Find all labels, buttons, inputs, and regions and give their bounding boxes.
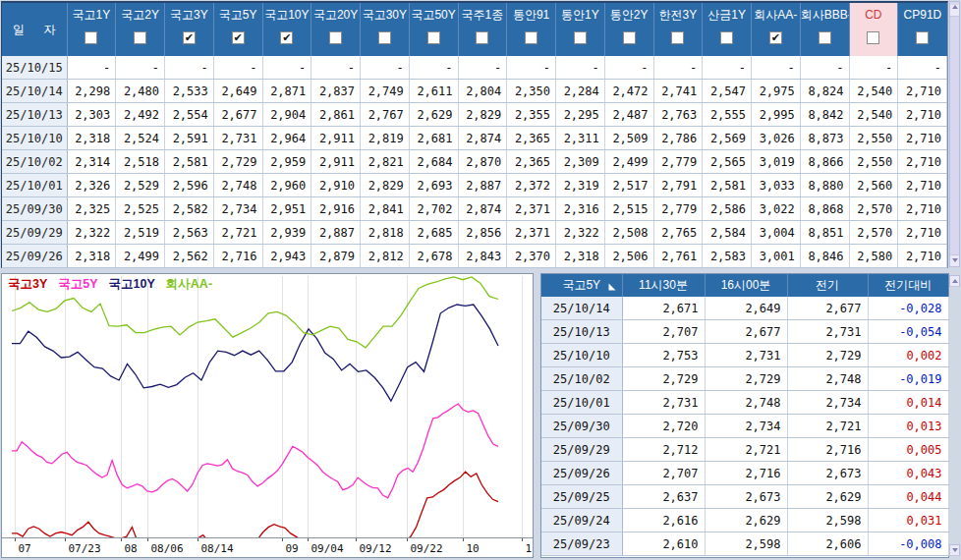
row-date-cell[interactable]: 25/10/10 bbox=[2, 127, 67, 150]
checkbox-icon[interactable] bbox=[378, 31, 391, 44]
column-header-국고3Y[interactable]: 국고3Y✔ bbox=[165, 3, 214, 56]
checkbox-icon[interactable] bbox=[819, 31, 831, 44]
yield-value-cell: 2,939 bbox=[262, 221, 311, 245]
selected-series-table-panel: 국고5Y11시30분16시00분전기전기대비 25/10/142,6712,64… bbox=[540, 273, 949, 558]
right-column-header: 전기대비 bbox=[868, 274, 948, 297]
row-date-cell[interactable]: 25/10/02 bbox=[2, 150, 67, 174]
checkbox-icon[interactable] bbox=[574, 31, 587, 44]
row-date-cell[interactable]: 25/10/01 bbox=[541, 391, 622, 415]
checkbox-icon[interactable] bbox=[867, 31, 879, 44]
column-header-통안1Y[interactable]: 통안1Y bbox=[556, 3, 605, 56]
row-date-cell[interactable]: 25/09/29 bbox=[541, 438, 622, 462]
x-tick-label: 09 bbox=[286, 542, 299, 555]
yield-value-cell: 2,819 bbox=[361, 127, 410, 150]
column-header-한전3Y[interactable]: 한전3Y bbox=[653, 3, 703, 56]
column-header-국고30Y[interactable]: 국고30Y bbox=[361, 3, 410, 56]
yield-value-cell: 2,554 bbox=[165, 103, 214, 127]
yield-value-cell: - bbox=[898, 56, 947, 80]
checkbox-icon[interactable] bbox=[671, 31, 684, 44]
row-date-cell[interactable]: 25/10/13 bbox=[541, 320, 622, 344]
checkbox-icon[interactable] bbox=[916, 31, 929, 44]
column-header-CP91D[interactable]: CP91D bbox=[898, 3, 947, 56]
yield-value-cell: 2,560 bbox=[849, 174, 898, 197]
series-line-국고5Y bbox=[12, 404, 498, 498]
column-label: 국고5Y bbox=[214, 3, 262, 25]
column-header-산금1Y[interactable]: 산금1Y bbox=[703, 3, 752, 56]
yield-value-cell: 2,582 bbox=[165, 197, 214, 221]
yield-value-cell: 2,765 bbox=[653, 221, 703, 245]
row-date-cell[interactable]: 25/09/25 bbox=[541, 485, 622, 509]
yield-value-cell: 2,506 bbox=[604, 245, 653, 268]
checkbox-checked-icon[interactable]: ✔ bbox=[769, 31, 782, 44]
value-1600-cell: 2,677 bbox=[705, 320, 787, 344]
yield-value-cell: 2,533 bbox=[165, 80, 214, 103]
row-date-cell[interactable]: 25/09/26 bbox=[541, 462, 622, 485]
column-header-국고5Y[interactable]: 국고5Y✔ bbox=[213, 3, 262, 56]
checkbox-icon[interactable] bbox=[476, 31, 488, 44]
row-date-cell[interactable]: 25/10/15 bbox=[2, 56, 67, 80]
column-header-국고2Y[interactable]: 국고2Y bbox=[116, 3, 165, 56]
checkbox-icon[interactable] bbox=[329, 31, 342, 44]
column-header-회사AA-[interactable]: 회사AA-✔ bbox=[752, 3, 801, 56]
yield-value-cell: 2,492 bbox=[116, 103, 165, 127]
yield-value-cell: 2,710 bbox=[898, 150, 947, 174]
yield-value-cell: 2,681 bbox=[409, 127, 458, 150]
row-date-cell[interactable]: 25/10/10 bbox=[541, 344, 622, 367]
yield-value-cell: 2,515 bbox=[604, 197, 653, 221]
yield-value-cell: 2,318 bbox=[67, 245, 116, 268]
checkbox-checked-icon[interactable]: ✔ bbox=[280, 31, 293, 44]
row-date-cell[interactable]: 25/09/24 bbox=[541, 509, 622, 532]
column-header-국주1종[interactable]: 국주1종 bbox=[458, 3, 507, 56]
row-date-cell[interactable]: 25/09/30 bbox=[541, 415, 622, 438]
yield-value-cell: 2,818 bbox=[361, 221, 410, 245]
yield-value-cell: 2,319 bbox=[556, 174, 605, 197]
value-prev-cell: 2,716 bbox=[787, 438, 868, 462]
x-tick-label: 09/12 bbox=[360, 542, 392, 555]
value-diff-cell: 0,013 bbox=[868, 415, 948, 438]
checkbox-icon[interactable] bbox=[623, 31, 636, 44]
yield-value-cell: 2,649 bbox=[213, 80, 262, 103]
right-table-scroll-down-button[interactable] bbox=[949, 544, 960, 556]
column-label: 통안1Y bbox=[556, 3, 604, 25]
column-header-국고10Y[interactable]: 국고10Y✔ bbox=[262, 3, 311, 56]
row-date-cell[interactable]: 25/09/26 bbox=[2, 245, 67, 268]
yield-value-cell: 2,355 bbox=[507, 103, 556, 127]
row-date-cell[interactable]: 25/10/13 bbox=[2, 103, 67, 127]
checkbox-icon[interactable] bbox=[134, 31, 146, 44]
column-header-국고1Y[interactable]: 국고1Y bbox=[67, 3, 116, 56]
checkbox-checked-icon[interactable]: ✔ bbox=[183, 31, 196, 44]
right-table-scroll-up-button[interactable] bbox=[949, 275, 960, 287]
column-header-국고20Y[interactable]: 국고20Y bbox=[311, 3, 361, 56]
date-column-header[interactable]: 일 자 bbox=[2, 3, 67, 56]
checkbox-checked-icon[interactable]: ✔ bbox=[232, 31, 245, 44]
row-date-cell[interactable]: 25/10/01 bbox=[2, 174, 67, 197]
checkbox-wrap bbox=[654, 25, 703, 50]
checkbox-icon[interactable] bbox=[525, 31, 537, 44]
yield-value-cell: 2,365 bbox=[507, 150, 556, 174]
scroll-down-button[interactable] bbox=[950, 254, 959, 266]
yield-value-cell: 2,749 bbox=[361, 80, 410, 103]
checkbox-icon[interactable] bbox=[85, 31, 97, 44]
checkbox-icon[interactable] bbox=[427, 31, 440, 44]
checkbox-icon[interactable] bbox=[720, 31, 733, 44]
column-header-통안2Y[interactable]: 통안2Y bbox=[604, 3, 653, 56]
column-header-CD[interactable]: CD bbox=[849, 3, 898, 56]
scroll-up-button[interactable] bbox=[950, 5, 959, 17]
row-date-cell[interactable]: 25/09/23 bbox=[541, 532, 622, 556]
column-header-통안91[interactable]: 통안91 bbox=[507, 3, 556, 56]
yield-value-cell: 2,550 bbox=[849, 127, 898, 150]
row-date-cell[interactable]: 25/10/14 bbox=[2, 80, 67, 103]
column-header-국고50Y[interactable]: 국고50Y bbox=[409, 3, 458, 56]
yield-value-cell: - bbox=[703, 56, 752, 80]
top-table-scrollbar[interactable] bbox=[949, 1, 960, 267]
series-selector-header[interactable]: 국고5Y bbox=[541, 274, 622, 297]
yield-value-cell: 8,846 bbox=[800, 245, 849, 268]
row-date-cell[interactable]: 25/10/02 bbox=[541, 367, 622, 391]
column-header-회사BBB-[interactable]: 회사BBB- bbox=[800, 3, 849, 56]
value-prev-cell: 2,734 bbox=[787, 391, 868, 415]
row-date-cell[interactable]: 25/09/30 bbox=[2, 197, 67, 221]
row-date-cell[interactable]: 25/10/14 bbox=[541, 297, 622, 320]
row-date-cell[interactable]: 25/09/29 bbox=[2, 221, 67, 245]
yield-value-cell: - bbox=[213, 56, 262, 80]
yield-value-cell: 2,779 bbox=[653, 197, 703, 221]
